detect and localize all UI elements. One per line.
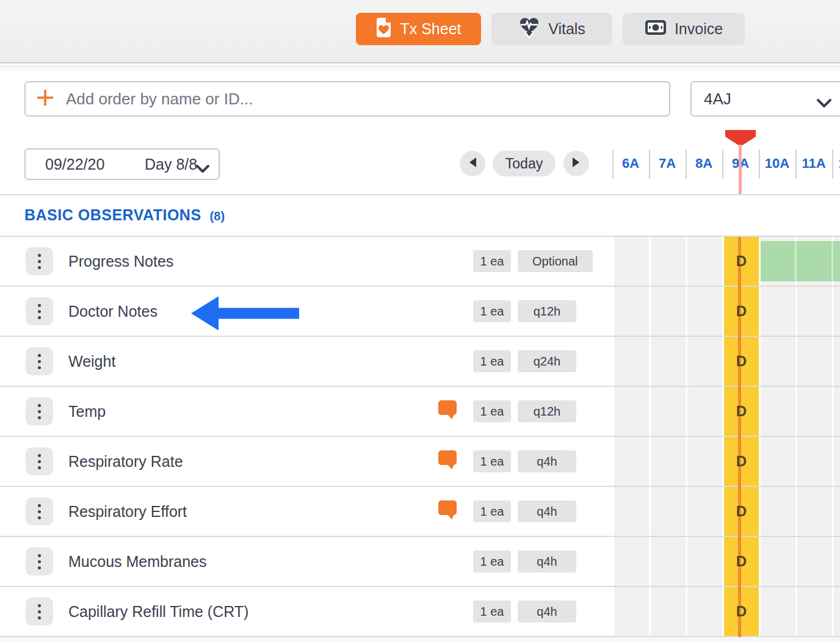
- hour-cell[interactable]: [686, 337, 722, 386]
- hour-cell[interactable]: [795, 437, 832, 486]
- kebab-menu-icon[interactable]: [26, 497, 53, 525]
- hour-cell[interactable]: [686, 287, 722, 336]
- kebab-menu-icon[interactable]: [26, 347, 53, 375]
- hour-cell[interactable]: [649, 237, 686, 286]
- hour-cell[interactable]: [612, 387, 649, 436]
- frequency-badge: q4h: [518, 450, 576, 472]
- order-label[interactable]: Capillary Refill Time (CRT): [68, 603, 248, 621]
- next-day-button[interactable]: [563, 151, 589, 176]
- hour-label: 10A: [759, 156, 795, 171]
- hour-cell[interactable]: [649, 337, 686, 386]
- tx-sheet-page: Tx Sheet Vitals Invoice: [0, 0, 840, 642]
- hour-cell[interactable]: [832, 287, 840, 336]
- chevron-down-icon: [195, 160, 210, 178]
- hour-cell[interactable]: [649, 487, 686, 536]
- hour-cell[interactable]: [759, 387, 795, 436]
- comment-icon[interactable]: [438, 500, 457, 522]
- order-row-progress-notes: Progress Notes 1 ea Optional D: [0, 236, 840, 286]
- hour-cell[interactable]: [612, 587, 649, 636]
- hour-grid: D: [612, 287, 840, 336]
- hour-cell[interactable]: [795, 537, 832, 586]
- tx-sheet-button[interactable]: Tx Sheet: [356, 13, 481, 45]
- kebab-menu-icon[interactable]: [26, 247, 53, 275]
- quantity-badge: 1 ea: [473, 500, 511, 522]
- hour-cell[interactable]: [649, 537, 686, 586]
- hour-cell[interactable]: [795, 587, 832, 636]
- hour-cell[interactable]: [832, 337, 840, 386]
- hour-cell[interactable]: [612, 337, 649, 386]
- hour-cell[interactable]: [649, 287, 686, 336]
- comment-icon[interactable]: [438, 450, 457, 472]
- due-status: D: [736, 353, 747, 370]
- hour-cell[interactable]: [759, 287, 795, 336]
- hour-cell[interactable]: [832, 487, 840, 536]
- frequency-badge: q4h: [518, 601, 576, 622]
- hour-tick: [686, 150, 687, 179]
- hour-cell[interactable]: [649, 587, 686, 636]
- comment-icon[interactable]: [438, 400, 457, 422]
- hour-tick: [832, 150, 833, 179]
- current-time-line: [739, 145, 742, 195]
- kebab-menu-icon[interactable]: [26, 297, 53, 325]
- add-order-placeholder: Add order by name or ID...: [66, 90, 253, 109]
- date-day-select[interactable]: 09/22/20 Day 8/8: [24, 148, 220, 180]
- hour-cell[interactable]: [686, 587, 722, 636]
- hour-cell[interactable]: [759, 337, 795, 386]
- kebab-menu-icon[interactable]: [26, 547, 53, 575]
- hour-cell[interactable]: [686, 437, 722, 486]
- add-order-input[interactable]: Add order by name or ID...: [24, 81, 670, 117]
- hour-cell[interactable]: [795, 337, 832, 386]
- kebab-menu-icon[interactable]: [26, 447, 53, 475]
- kebab-menu-icon[interactable]: [26, 397, 53, 425]
- order-row-mucous-membranes: Mucous Membranes 1 ea q4h D: [0, 536, 840, 586]
- hour-cell[interactable]: [686, 537, 722, 586]
- hour-cell[interactable]: [686, 387, 722, 436]
- hour-cell[interactable]: [612, 287, 649, 336]
- arrow-right-icon: [571, 156, 581, 171]
- hour-cell[interactable]: [832, 387, 840, 436]
- hour-cell[interactable]: [795, 287, 832, 336]
- hour-cell[interactable]: [759, 437, 795, 486]
- hour-cell[interactable]: [832, 587, 840, 636]
- hour-cell[interactable]: [612, 237, 649, 286]
- hour-cell[interactable]: [649, 387, 686, 436]
- order-label[interactable]: Mucous Membranes: [68, 553, 206, 571]
- hour-cell[interactable]: [612, 487, 649, 536]
- frequency-badge: q24h: [518, 350, 576, 372]
- hour-cell[interactable]: [686, 487, 722, 536]
- hour-label: 11A: [795, 156, 832, 171]
- order-row-respiratory-effort: Respiratory Effort 1 ea q4h D: [0, 486, 840, 536]
- order-label[interactable]: Weight: [68, 353, 115, 370]
- frequency-badge: Optional: [518, 250, 593, 272]
- hour-tick: [612, 150, 614, 179]
- order-label[interactable]: Respiratory Rate: [68, 453, 183, 471]
- order-label[interactable]: Temp: [68, 403, 106, 420]
- vitals-button[interactable]: Vitals: [491, 13, 612, 45]
- quantity-badge: 1 ea: [473, 550, 511, 572]
- scheduled-block[interactable]: [761, 241, 840, 281]
- hour-cell[interactable]: [612, 537, 649, 586]
- hour-label: 6A: [612, 156, 649, 171]
- order-row-temp: Temp 1 ea q12h D: [0, 386, 840, 436]
- hour-cell[interactable]: [832, 537, 840, 586]
- hour-cell[interactable]: [832, 437, 840, 486]
- arrow-left-icon: [468, 156, 477, 171]
- invoice-button[interactable]: Invoice: [623, 13, 745, 45]
- order-label[interactable]: Doctor Notes: [68, 303, 158, 320]
- hour-cell[interactable]: [649, 437, 686, 486]
- kebab-menu-icon[interactable]: [26, 597, 53, 626]
- previous-day-button[interactable]: [460, 151, 485, 176]
- hour-cell[interactable]: [686, 237, 722, 286]
- hour-cell[interactable]: [759, 587, 795, 636]
- hour-cell[interactable]: [795, 387, 832, 436]
- order-label[interactable]: Respiratory Effort: [68, 503, 187, 521]
- unit-select[interactable]: 4AJ: [690, 81, 840, 117]
- hour-cell[interactable]: [759, 537, 795, 586]
- frequency-badge: q12h: [518, 400, 576, 422]
- order-label[interactable]: Progress Notes: [68, 253, 173, 270]
- section-header[interactable]: BASIC OBSERVATIONS (8): [24, 206, 225, 224]
- today-button[interactable]: Today: [493, 151, 556, 176]
- hour-cell[interactable]: [759, 487, 795, 536]
- hour-cell[interactable]: [612, 437, 649, 486]
- hour-cell[interactable]: [795, 487, 832, 536]
